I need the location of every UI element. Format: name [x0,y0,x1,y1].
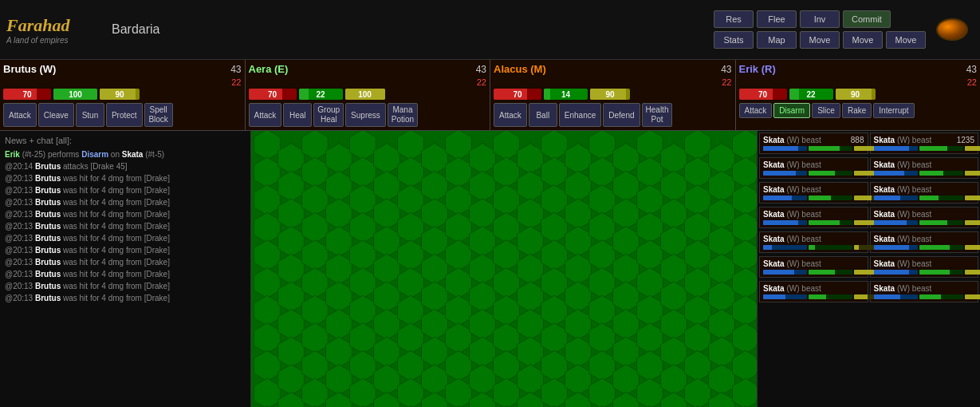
char-header-brutus: Brutus (W) 43 [3,63,242,75]
enemy-card[interactable]: Skata (W) beast [759,281,868,302]
manapotion-btn-aera[interactable]: ManaPotion [388,103,418,127]
enemy-header: Skata (W) beast [763,210,864,219]
attack-btn-erik[interactable]: Attack [739,103,773,118]
char-ap-alacus: 22 [722,77,731,87]
enemy-card[interactable]: Skata (W) beast [870,157,979,179]
healthpot-btn-alacus[interactable]: HealthPot [642,103,673,127]
move3-button[interactable]: Move [886,31,926,49]
char-bars-aera: 70 22 100 [249,89,487,100]
interrupt-btn-erik[interactable]: Interrupt [873,103,914,118]
enemy-header: Skata (W) beast [763,259,864,268]
spellblock-btn-brutus[interactable]: SpellBlock [144,103,173,127]
char-actions-alacus: Attack Ball Enhance Defend HealthPot [494,103,732,127]
char-panels: Brutus (W) 43 22 70 100 90 Attack Cleave… [0,60,980,131]
enemy-green-bar [919,294,963,299]
cleave-btn-brutus[interactable]: Cleave [38,103,74,127]
enemy-name: Skata (W) beast [763,259,821,268]
news-line: @20:13 Brutus was hit for 4 dmg from [Dr… [5,292,246,304]
top-button-row1: Res Flee Inv Commit [714,10,927,28]
hex-svg [251,131,757,407]
enemy-card[interactable]: Skata (W) beast [870,231,979,253]
attack-btn-alacus[interactable]: Attack [494,103,527,127]
defend-btn-alacus[interactable]: Defend [603,103,640,127]
enemy-name: Skata (W) beast [763,185,821,194]
enemy-bars [763,196,864,200]
enemy-card[interactable]: Skata (W) beast [759,182,868,204]
flee-button[interactable]: Flee [757,10,797,28]
protect-btn-brutus[interactable]: Protect [106,103,143,127]
groupheal-btn-aera[interactable]: GroupHeal [313,103,344,127]
enemy-green-bar [809,196,852,200]
enemy-bars [763,220,864,225]
enemy-name: Skata (W) beast [874,136,932,144]
enemy-card[interactable]: Skata (W) beast [759,207,868,228]
mp-bar-aera: 22 [299,89,343,100]
news-lines: Erik (#t-25) performs Disarm on Skata (#… [5,148,246,304]
disarm-btn-erik[interactable]: Disarm [773,103,810,118]
attack-btn-aera[interactable]: Attack [249,103,282,127]
char-header-alacus: Alacus (M) 43 [494,63,732,75]
enemy-card[interactable]: Skata (W) beast [870,281,979,302]
rake-btn-erik[interactable]: Rake [842,103,872,118]
enemy-card[interactable]: Skata (W) beast [759,231,868,253]
char-panel-alacus: Alacus (M) 43 22 70 14 90 Attack Ball En… [490,60,736,130]
char-ap-aera: 22 [477,77,486,87]
enemy-bars [874,270,975,275]
enemy-green-bar [809,171,852,176]
gem-oval [936,18,968,41]
attack-btn-brutus[interactable]: Attack [3,103,37,127]
news-line: @20:13 Brutus was hit for 4 dmg from [Dr… [5,256,246,268]
enemy-card[interactable]: Skata (W) beast 888 [759,132,868,154]
stats-button[interactable]: Stats [714,31,754,49]
char-panel-brutus: Brutus (W) 43 22 70 100 90 Attack Cleave… [0,60,246,130]
enemy-blue-bar [874,270,918,275]
enemy-card[interactable]: Skata (W) beast [870,182,979,204]
game-title: Bardaria [104,22,709,37]
top-bar: Farahad A land of empires Bardaria Res F… [0,0,980,60]
enemy-card[interactable]: Skata (W) beast [759,157,868,179]
enhance-btn-alacus[interactable]: Enhance [559,103,601,127]
char-header-aera: Aera (E) 43 [249,63,487,75]
mp-bar-alacus: 14 [544,89,588,100]
heal-btn-aera[interactable]: Heal [283,103,312,127]
res-button[interactable]: Res [714,10,754,28]
char-hp-brutus: 43 [230,64,241,75]
move2-button[interactable]: Move [843,31,883,49]
slice-btn-erik[interactable]: Slice [812,103,840,118]
enemy-blue-bar [763,294,807,299]
enemy-green-bar [919,220,963,225]
enemy-name: Skata (W) beast [874,185,932,194]
logo-area: Farahad A land of empires [0,9,104,51]
enemy-card[interactable]: Skata (W) beast [870,256,979,278]
enemy-yellow-bar [965,146,981,151]
enemy-header: Skata (W) beast [763,284,864,293]
move-button[interactable]: Move [800,31,840,49]
char-name-alacus: Alacus (M) [494,63,546,75]
hp-bar-brutus: 70 [3,89,51,100]
map-button[interactable]: Map [757,31,797,49]
enemy-card[interactable]: Skata (W) beast 1235 [870,132,979,154]
enemy-card[interactable]: Skata (W) beast [759,256,868,278]
ball-btn-alacus[interactable]: Ball [529,103,557,127]
enemy-bars [763,171,864,176]
enemy-name: Skata (W) beast [874,210,932,219]
inv-button[interactable]: Inv [800,10,840,28]
commit-button[interactable]: Commit [843,10,891,28]
hex-map[interactable] [251,131,757,407]
logo-subtitle: A land of empires [6,36,97,45]
char-name-erik: Erik (R) [739,63,776,75]
enemy-header: Skata (W) beast [763,160,864,169]
char-ap-erik: 22 [967,77,977,87]
supress-btn-aera[interactable]: Supress [345,103,386,127]
stun-btn-brutus[interactable]: Stun [76,103,104,127]
top-button-row2: Stats Map Move Move Move [714,31,927,49]
enemy-header: Skata (W) beast 888 [763,136,864,144]
char-actions-aera: Attack Heal GroupHeal Supress ManaPotion [249,103,487,127]
main-area: News + chat [all]: Erik (#t-25) performs… [0,131,980,407]
enemy-card[interactable]: Skata (W) beast [870,207,979,228]
enemy-name: Skata (W) beast [763,160,821,169]
sp-bar-erik: 90 [836,89,876,100]
enemy-name: Skata (W) beast [763,284,821,293]
news-panel: News + chat [all]: Erik (#t-25) performs… [0,131,251,407]
enemy-yellow-bar [965,171,981,176]
